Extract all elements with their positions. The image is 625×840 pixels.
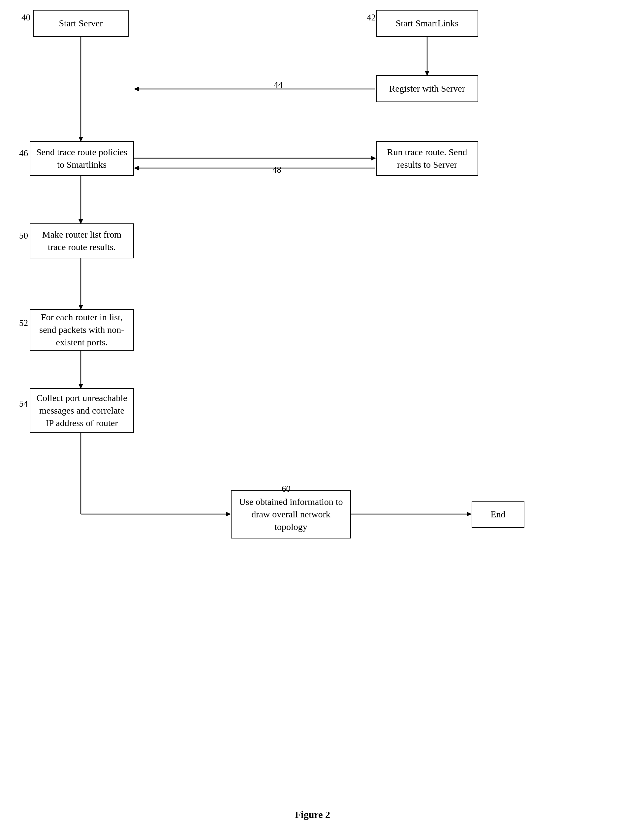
label-42: 42 — [367, 12, 376, 23]
start-server-box: Start Server — [33, 10, 129, 37]
label-54: 54 — [19, 399, 28, 409]
label-44: 44 — [274, 80, 283, 90]
collect-port-box: Collect port unreachable messages and co… — [30, 388, 134, 433]
svg-marker-20 — [467, 512, 472, 516]
svg-marker-18 — [226, 512, 231, 516]
send-packets-box: For each router in list, send packets wi… — [30, 309, 134, 351]
svg-marker-5 — [134, 87, 139, 91]
label-52: 52 — [19, 318, 28, 328]
end-box: End — [472, 501, 524, 528]
run-trace-label: Run trace route. Send results to Server — [382, 146, 472, 171]
collect-port-label: Collect port unreachable messages and co… — [36, 392, 128, 429]
start-smartlinks-box: Start SmartLinks — [376, 10, 478, 37]
use-obtained-box: Use obtained information to draw overall… — [231, 490, 351, 538]
label-50: 50 — [19, 231, 28, 241]
make-router-list-label: Make router list from trace route result… — [36, 228, 128, 253]
label-60: 60 — [281, 484, 291, 494]
figure-caption: Figure 2 — [0, 809, 625, 820]
start-server-label: Start Server — [59, 17, 103, 29]
label-40: 40 — [22, 12, 30, 23]
use-obtained-label: Use obtained information to draw overall… — [237, 496, 345, 533]
label-46: 46 — [19, 148, 28, 158]
svg-marker-9 — [134, 166, 139, 170]
send-packets-label: For each router in list, send packets wi… — [36, 311, 128, 348]
end-label: End — [490, 508, 505, 521]
send-trace-label: Send trace route policies to Smartlinks — [36, 146, 128, 171]
register-server-label: Register with Server — [389, 82, 465, 95]
send-trace-box: Send trace route policies to Smartlinks — [30, 141, 134, 176]
run-trace-box: Run trace route. Send results to Server — [376, 141, 478, 176]
register-server-box: Register with Server — [376, 75, 478, 102]
diagram-container: Start Server 40 Start SmartLinks 42 Regi… — [0, 0, 625, 840]
start-smartlinks-label: Start SmartLinks — [396, 17, 459, 29]
svg-marker-7 — [371, 156, 376, 161]
make-router-list-box: Make router list from trace route result… — [30, 223, 134, 258]
label-48: 48 — [272, 165, 281, 175]
